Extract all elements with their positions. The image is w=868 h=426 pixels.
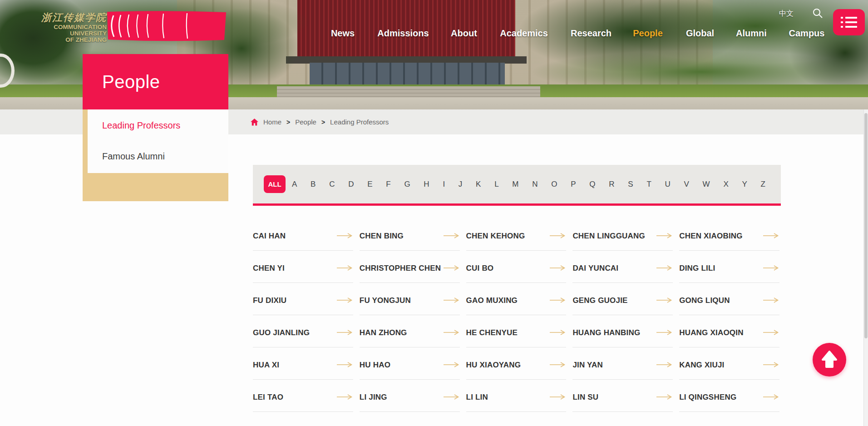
professor-link[interactable]: GENG GUOJIE [572,290,673,315]
breadcrumb-home[interactable]: Home [263,118,281,126]
search-icon[interactable] [812,8,823,19]
letter-v[interactable]: V [684,180,689,189]
professor-link[interactable]: GUO JIANLING [253,322,353,347]
back-to-top-button[interactable] [813,343,846,376]
professor-link[interactable]: LEI TAO [253,387,353,412]
alphabet-filter: ALL ABCDEFGHIJKLMNOPQRSTUVWXYZ [253,165,781,206]
breadcrumb-leading-professors[interactable]: Leading Professors [330,118,389,126]
nav-item-about[interactable]: About [451,28,477,39]
sidebar-item-famous-alumni[interactable]: Famous Alumni [102,151,165,162]
nav-item-news[interactable]: News [331,28,355,39]
gold-arrow-icon [337,265,352,271]
language-switch[interactable]: 中文 [779,9,794,19]
professor-link[interactable]: LIN SU [572,387,673,412]
letter-i[interactable]: I [443,180,445,189]
professor-link[interactable]: HAN ZHONG [360,322,460,347]
letter-m[interactable]: M [512,180,518,189]
professor-link[interactable]: HE CHENYUE [466,322,567,347]
letter-w[interactable]: W [703,180,710,189]
professor-link[interactable]: HUA XI [253,355,353,380]
professor-link[interactable]: CAI HAN [253,226,353,251]
gold-arrow-icon [656,265,672,271]
letter-q[interactable]: Q [589,180,595,189]
professor-link[interactable]: CHEN KEHONG [466,226,567,251]
professor-name: CUI BO [466,264,494,273]
letter-n[interactable]: N [532,180,538,189]
letter-l[interactable]: L [494,180,498,189]
letter-d[interactable]: D [348,180,354,189]
nav-item-research[interactable]: Research [571,28,612,39]
letter-y[interactable]: Y [742,180,747,189]
professor-name: LEI TAO [253,393,283,402]
professor-link[interactable]: LI QINGSHENG [679,387,779,412]
professor-link[interactable]: GONG LIQUN [679,290,779,315]
professor-name: CHRISTOPHER CHEN [360,264,441,273]
sidebar-item-leading-professors[interactable]: Leading Professors [102,120,180,131]
professor-link[interactable]: CHEN LINGGUANG [572,226,673,251]
professor-link[interactable]: DING LILI [679,258,779,283]
letter-o[interactable]: O [551,180,557,189]
gold-arrow-icon [763,330,779,335]
nav-item-campus[interactable]: Campus [789,28,825,39]
sidebar-menu: Leading Professors Famous Alumni [88,109,228,173]
professor-name: HU XIAOYANG [466,361,521,370]
professor-link[interactable]: GAO MUXING [466,290,567,315]
professor-link[interactable]: CHEN BING [360,226,460,251]
letter-x[interactable]: X [723,180,728,189]
professor-link[interactable]: DAI YUNCAI [572,258,673,283]
letter-a[interactable]: A [292,180,297,189]
gold-arrow-icon [337,362,352,367]
professor-link[interactable]: CHEN XIAOBING [679,226,779,251]
gold-arrow-icon [550,330,565,335]
gold-arrow-icon [656,330,672,335]
scrollbar-thumb[interactable] [864,113,868,338]
letter-b[interactable]: B [311,180,316,189]
breadcrumb-people[interactable]: People [295,118,316,126]
letter-k[interactable]: K [476,180,481,189]
menu-button[interactable] [833,9,865,35]
professor-link[interactable]: LI LIN [466,387,567,412]
professor-name: LI LIN [466,393,488,402]
gold-arrow-icon [763,394,779,400]
gold-arrow-icon [444,394,459,400]
letter-z[interactable]: Z [761,180,765,189]
letter-buttons: ABCDEFGHIJKLMNOPQRSTUVWXYZ [292,165,765,203]
letter-e[interactable]: E [367,180,372,189]
filter-all-button[interactable]: ALL [264,175,286,193]
letter-h[interactable]: H [424,180,429,189]
letter-j[interactable]: J [459,180,463,189]
professor-link[interactable]: CHRISTOPHER CHEN [360,258,460,283]
professor-link[interactable]: CHEN YI [253,258,353,283]
letter-g[interactable]: G [404,180,410,189]
professor-link[interactable]: HUANG HANBING [572,322,673,347]
letter-r[interactable]: R [609,180,614,189]
professor-link[interactable]: FU DIXIU [253,290,353,315]
professor-link[interactable]: JIN YAN [572,355,673,380]
nav-item-admissions[interactable]: Admissions [377,28,429,39]
professor-name: FU DIXIU [253,296,286,305]
professor-name: GENG GUOJIE [572,296,627,305]
gold-arrow-icon [337,394,352,400]
letter-u[interactable]: U [665,180,671,189]
letter-f[interactable]: F [386,180,390,189]
professor-name: CHEN LINGGUANG [572,232,645,241]
professor-link[interactable]: HUANG XIAOQIN [679,322,779,347]
gold-arrow-icon [550,394,565,400]
letter-s[interactable]: S [628,180,633,189]
nav-item-global[interactable]: Global [686,28,714,39]
gold-arrow-icon [444,265,459,271]
nav-item-people[interactable]: People [633,28,663,39]
professor-link[interactable]: FU YONGJUN [360,290,460,315]
professor-link[interactable]: CUI BO [466,258,567,283]
professor-link[interactable]: KANG XIUJI [679,355,779,380]
professor-link[interactable]: HU XIAOYANG [466,355,567,380]
letter-p[interactable]: P [571,180,576,189]
professor-link[interactable]: HU HAO [360,355,460,380]
professor-link[interactable]: LI JING [360,387,460,412]
hero-entrance-glass [310,63,505,87]
scrollbar-track[interactable] [863,109,868,426]
letter-t[interactable]: T [646,180,651,189]
nav-item-academics[interactable]: Academics [500,28,548,39]
nav-item-alumni[interactable]: Alumni [736,28,767,39]
letter-c[interactable]: C [329,180,335,189]
